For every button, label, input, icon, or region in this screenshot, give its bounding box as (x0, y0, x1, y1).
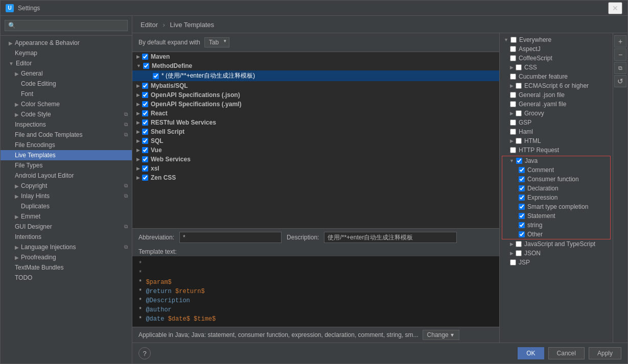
sidebar-item-duplicates[interactable]: Duplicates (1, 201, 132, 211)
sidebar-item-language-injections[interactable]: ▶ Language Injections ⧉ (1, 242, 132, 252)
ctx-item-json[interactable]: ▶ JSON (500, 249, 613, 258)
tpl-checkbox-vue[interactable] (142, 147, 148, 153)
tpl-item-vue[interactable]: ▶ Vue (132, 145, 499, 155)
ctx-item-groovy[interactable]: ▶ Groovy (500, 109, 613, 118)
ctx-checkbox-aspectj[interactable] (510, 46, 516, 52)
sidebar-item-intentions[interactable]: Intentions (1, 232, 132, 242)
ctx-checkbox-java-statement[interactable] (519, 213, 525, 219)
change-button[interactable]: Change ▾ (423, 330, 459, 340)
ctx-item-javascript[interactable]: ▶ JavaScript and TypeScript (500, 239, 613, 249)
abbreviation-input[interactable] (179, 232, 282, 243)
ctx-checkbox-general-yaml[interactable] (510, 101, 516, 107)
ctx-checkbox-html[interactable] (516, 138, 522, 144)
ctx-item-cucumber[interactable]: Cucumber feature (500, 72, 613, 81)
sidebar-item-textmate[interactable]: TextMate Bundles (1, 262, 132, 273)
tpl-checkbox-openapi-json[interactable] (142, 92, 148, 98)
tpl-item-openapi-json[interactable]: ▶ OpenAPI Specifications (.json) (132, 90, 499, 100)
ctx-item-java-smart[interactable]: Smart type completion (502, 202, 610, 211)
description-input[interactable] (324, 232, 457, 243)
ctx-checkbox-css[interactable] (516, 64, 522, 70)
tpl-checkbox-methoddefine[interactable] (143, 63, 149, 69)
ctx-checkbox-haml[interactable] (510, 129, 516, 135)
ctx-item-java-string[interactable]: string (502, 221, 610, 230)
ctx-item-java-declaration[interactable]: Declaration (502, 184, 610, 193)
ctx-item-css[interactable]: ▶ CSS (500, 63, 613, 72)
tpl-item-methoddefine-item[interactable]: * (使用/**+enter自动生成注释模板) (132, 70, 499, 81)
expand-dropdown[interactable]: Tab (204, 37, 229, 47)
tpl-checkbox-restful[interactable] (142, 119, 148, 126)
tpl-item-maven[interactable]: ▶ Maven (132, 52, 499, 61)
tpl-item-mybatis[interactable]: ▶ Mybatis/SQL (132, 81, 499, 90)
tpl-item-xsl[interactable]: ▶ xsl (132, 164, 499, 173)
apply-button[interactable]: Apply (589, 347, 621, 359)
close-button[interactable]: ✕ (608, 2, 622, 14)
ctx-item-haml[interactable]: Haml (500, 127, 613, 136)
ctx-checkbox-jsp[interactable] (510, 259, 516, 265)
sidebar-item-editor[interactable]: ▼ Editor (1, 58, 132, 68)
tpl-checkbox-xsl[interactable] (142, 165, 148, 172)
sidebar-item-copyright[interactable]: ▶ Copyright ⧉ (1, 181, 132, 191)
help-button[interactable]: ? (138, 347, 151, 359)
sidebar-item-code-editing[interactable]: Code Editing (1, 79, 132, 89)
ctx-checkbox-everywhere[interactable] (510, 37, 517, 43)
sidebar-item-file-encodings[interactable]: File Encodings (1, 140, 132, 150)
ctx-checkbox-ecmascript[interactable] (516, 83, 522, 89)
ctx-checkbox-http[interactable] (510, 147, 516, 153)
ctx-checkbox-javascript[interactable] (516, 241, 522, 247)
tpl-checkbox-web-services[interactable] (142, 156, 148, 162)
ok-button[interactable]: OK (518, 347, 544, 359)
ctx-item-everywhere[interactable]: ▼ Everywhere (500, 35, 613, 44)
sidebar-item-inspections[interactable]: Inspections ⧉ (1, 119, 132, 130)
ctx-item-java-other[interactable]: Other (502, 230, 610, 239)
sidebar-item-inlay-hints[interactable]: ▶ Inlay Hints ⧉ (1, 191, 132, 201)
sidebar-item-keymap[interactable]: Keymap (1, 48, 132, 58)
tpl-checkbox-react[interactable] (142, 110, 148, 116)
tpl-item-web-services[interactable]: ▶ Web Services (132, 155, 499, 164)
ctx-checkbox-java-other[interactable] (519, 231, 525, 237)
ctx-item-general-yaml[interactable]: General .yaml file (500, 100, 613, 109)
ctx-checkbox-java-comment[interactable] (519, 167, 525, 173)
sidebar-item-color-scheme[interactable]: ▶ Color Scheme (1, 99, 132, 109)
remove-button[interactable]: − (614, 48, 626, 61)
ctx-item-java-expression[interactable]: Expression (502, 193, 610, 202)
tpl-checkbox-mybatis[interactable] (142, 83, 148, 89)
ctx-checkbox-java-smart[interactable] (519, 204, 525, 210)
tpl-item-zen-css[interactable]: ▶ Zen CSS (132, 173, 499, 182)
ctx-item-java-consumer[interactable]: Consumer function (502, 175, 610, 184)
tpl-checkbox-shell[interactable] (142, 129, 148, 135)
ctx-checkbox-java-expression[interactable] (519, 195, 525, 201)
ctx-checkbox-java[interactable] (516, 158, 522, 164)
sidebar-item-android-layout[interactable]: Android Layout Editor (1, 171, 132, 181)
ctx-checkbox-json[interactable] (516, 250, 522, 256)
ctx-checkbox-general-json[interactable] (510, 92, 516, 98)
sidebar-item-proofreading[interactable]: ▶ Proofreading (1, 252, 132, 262)
ctx-item-aspectj[interactable]: AspectJ (500, 44, 613, 54)
tpl-item-shell[interactable]: ▶ Shell Script (132, 127, 499, 136)
sidebar-item-todo[interactable]: TODO (1, 273, 132, 283)
ctx-checkbox-java-declaration[interactable] (519, 185, 525, 191)
tpl-checkbox-openapi-yaml[interactable] (142, 101, 148, 107)
sidebar-item-gui-designer[interactable]: GUI Designer ⧉ (1, 222, 132, 232)
tpl-checkbox-zen-css[interactable] (142, 175, 148, 181)
sidebar-item-file-code-templates[interactable]: File and Code Templates ⧉ (1, 130, 132, 140)
tpl-item-restful[interactable]: ▶ RESTful Web Services (132, 118, 499, 127)
ctx-item-ecmascript[interactable]: ▶ ECMAScript 6 or higher (500, 81, 613, 90)
revert-button[interactable]: ↺ (614, 75, 626, 87)
ctx-checkbox-groovy[interactable] (516, 110, 522, 116)
ctx-checkbox-cucumber[interactable] (510, 74, 516, 80)
tpl-item-openapi-yaml[interactable]: ▶ OpenAPI Specifications (.yaml) (132, 100, 499, 109)
sidebar-item-file-types[interactable]: File Types (1, 160, 132, 171)
sidebar-item-appearance[interactable]: ▶ Appearance & Behavior (1, 38, 132, 48)
ctx-item-general-json[interactable]: General .json file (500, 90, 613, 100)
ctx-item-jsp[interactable]: JSP (500, 258, 613, 267)
tpl-item-methoddefine[interactable]: ▼ MethodDefine (132, 61, 499, 70)
tpl-checkbox-maven[interactable] (142, 54, 148, 60)
cancel-button[interactable]: Cancel (548, 347, 585, 359)
tpl-item-react[interactable]: ▶ React (132, 109, 499, 118)
sidebar-item-general[interactable]: ▶ General (1, 68, 132, 79)
sidebar-item-code-style[interactable]: ▶ Code Style ⧉ (1, 109, 132, 119)
ctx-item-java-statement[interactable]: Statement (502, 211, 610, 221)
ctx-item-http-request[interactable]: HTTP Request (500, 145, 613, 155)
ctx-item-java-comment[interactable]: Comment (502, 165, 610, 175)
ctx-item-coffeescript[interactable]: CoffeeScript (500, 54, 613, 63)
